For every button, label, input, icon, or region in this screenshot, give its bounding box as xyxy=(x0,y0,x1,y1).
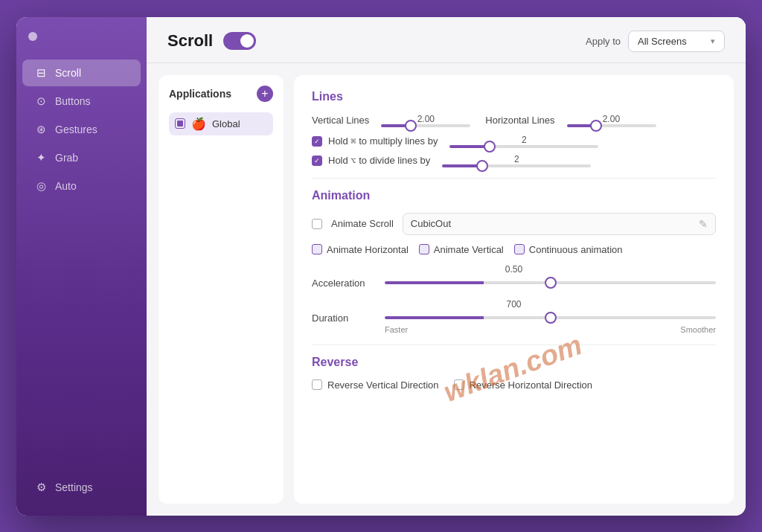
vertical-lines-slider[interactable] xyxy=(381,124,470,127)
horizontal-lines-slider-wrapper: 2.00 xyxy=(567,114,656,127)
animate-scroll-checkbox[interactable] xyxy=(312,219,322,229)
main-content: Scroll Apply to All Screens ▾ Applicatio… xyxy=(147,17,746,516)
header: Scroll Apply to All Screens ▾ xyxy=(147,17,746,63)
horizontal-lines-slider[interactable] xyxy=(567,124,656,127)
acceleration-slider-container: Acceleration xyxy=(312,278,716,289)
scroll-toggle[interactable] xyxy=(223,32,256,50)
settings-label: Settings xyxy=(55,481,93,493)
acceleration-row: 0.50 Acceleration xyxy=(312,264,716,289)
multiply-label: Hold ⌘ to multiply lines by xyxy=(328,135,438,147)
vertical-lines-slider-wrapper: 2.00 xyxy=(381,114,470,127)
animate-scroll-value: CubicOut xyxy=(411,218,699,229)
continuous-animation-option: Continuous animation xyxy=(514,244,623,255)
duration-label: Duration xyxy=(312,313,379,324)
animation-options: Animate Horizontal Animate Vertical Cont… xyxy=(312,244,716,255)
gestures-icon: ⊛ xyxy=(34,123,48,136)
divide-slider-wrapper: 2 xyxy=(442,154,591,167)
apply-to-value: All Screens xyxy=(638,36,687,47)
panel-header: Applications + xyxy=(169,86,273,102)
sidebar-item-gestures-label: Gestures xyxy=(55,124,97,135)
sidebar-item-auto[interactable]: ◎ Auto xyxy=(22,173,141,199)
vertical-lines-group: Vertical Lines 2.00 xyxy=(312,114,470,127)
apple-icon: 🍎 xyxy=(191,117,206,131)
animate-vertical-checkbox[interactable] xyxy=(419,244,429,254)
app-window: ⊟ Scroll ⊙ Buttons ⊛ Gestures ✦ Grab ◎ A… xyxy=(16,17,746,516)
reverse-vertical-option: Reverse Vertical Direction xyxy=(312,379,439,391)
grab-icon: ✦ xyxy=(34,151,48,164)
sidebar-item-gestures[interactable]: ⊛ Gestures xyxy=(22,116,141,143)
reverse-vertical-label: Reverse Vertical Direction xyxy=(327,379,439,391)
duration-smoother-label: Smoother xyxy=(680,325,716,334)
sidebar-item-grab[interactable]: ✦ Grab xyxy=(22,144,141,171)
animate-scroll-label: Animate Scroll xyxy=(331,218,394,229)
horizontal-lines-label: Horizontal Lines xyxy=(485,115,554,126)
section-divider-1 xyxy=(312,178,716,179)
scroll-icon: ⊟ xyxy=(34,66,48,80)
duration-faster-label: Faster xyxy=(385,325,408,334)
lines-section-title: Lines xyxy=(312,90,716,103)
applications-title: Applications xyxy=(169,88,231,100)
multiply-checkbox[interactable] xyxy=(312,136,322,147)
settings-panel: wklan.com Lines Vertical Lines 2.00 Hori… xyxy=(294,75,734,504)
divide-row: Hold ⌥ to divide lines by 2 xyxy=(312,154,716,167)
acceleration-header: 0.50 xyxy=(312,264,716,275)
chevron-down-icon: ▾ xyxy=(711,36,715,46)
reverse-row: Reverse Vertical Direction Reverse Horiz… xyxy=(312,379,716,391)
applications-panel: Applications + 🍎 Global xyxy=(159,75,284,504)
settings-icon: ⚙ xyxy=(34,481,48,494)
animate-scroll-input[interactable]: CubicOut ✎ xyxy=(403,213,716,235)
sidebar-item-buttons[interactable]: ⊙ Buttons xyxy=(22,88,141,115)
section-divider-2 xyxy=(312,344,716,345)
animate-horizontal-label: Animate Horizontal xyxy=(327,244,409,255)
vertical-lines-label: Vertical Lines xyxy=(312,115,369,126)
continuous-animation-checkbox[interactable] xyxy=(514,244,525,254)
page-title: Scroll xyxy=(167,31,213,51)
horizontal-lines-group: Horizontal Lines 2.00 xyxy=(485,114,656,127)
acceleration-value: 0.50 xyxy=(505,264,522,275)
duration-header: 700 xyxy=(312,299,716,310)
reverse-horizontal-option: Reverse Horizontal Direction xyxy=(454,379,592,391)
animate-vertical-label: Animate Vertical xyxy=(434,244,504,255)
multiply-row: Hold ⌘ to multiply lines by 2 xyxy=(312,135,716,148)
sidebar-settings[interactable]: ⚙ Settings xyxy=(22,474,141,501)
apply-to-label: Apply to xyxy=(586,36,621,47)
add-application-button[interactable]: + xyxy=(257,86,273,102)
duration-labels: Faster Smoother xyxy=(312,325,716,334)
divide-checkbox[interactable] xyxy=(312,156,322,166)
divide-slider[interactable] xyxy=(442,164,591,167)
animation-section-title: Animation xyxy=(312,189,716,202)
sidebar-item-scroll-label: Scroll xyxy=(55,67,81,79)
animate-horizontal-checkbox[interactable] xyxy=(312,244,322,254)
animate-scroll-row: Animate Scroll CubicOut ✎ xyxy=(312,213,716,235)
multiply-slider-wrapper: 2 xyxy=(449,135,598,148)
reverse-vertical-checkbox[interactable] xyxy=(312,379,322,390)
window-dot xyxy=(28,32,37,41)
apply-to-dropdown[interactable]: All Screens ▾ xyxy=(628,31,725,52)
reverse-horizontal-label: Reverse Horizontal Direction xyxy=(470,379,592,391)
edit-icon[interactable]: ✎ xyxy=(699,218,708,230)
animate-horizontal-option: Animate Horizontal xyxy=(312,244,409,255)
duration-row: 700 Duration Faster Smoother xyxy=(312,299,716,334)
acceleration-slider[interactable] xyxy=(385,281,716,284)
sidebar-item-buttons-label: Buttons xyxy=(55,95,90,107)
app-item-global[interactable]: 🍎 Global xyxy=(169,112,273,135)
reverse-section-title: Reverse xyxy=(312,356,716,369)
acceleration-label: Acceleration xyxy=(312,278,379,289)
buttons-icon: ⊙ xyxy=(34,94,48,108)
continuous-animation-label: Continuous animation xyxy=(529,244,623,255)
lines-sliders-row: Vertical Lines 2.00 Horizontal Lines 2.0… xyxy=(312,114,716,127)
auto-icon: ◎ xyxy=(34,179,48,193)
animate-vertical-option: Animate Vertical xyxy=(419,244,504,255)
reverse-horizontal-checkbox[interactable] xyxy=(454,379,464,390)
body: Applications + 🍎 Global wklan.com Lines xyxy=(147,63,746,516)
multiply-slider[interactable] xyxy=(449,145,598,148)
sidebar: ⊟ Scroll ⊙ Buttons ⊛ Gestures ✦ Grab ◎ A… xyxy=(16,17,147,516)
sidebar-item-grab-label: Grab xyxy=(55,152,78,164)
divide-label: Hold ⌥ to divide lines by xyxy=(328,155,430,166)
duration-value: 700 xyxy=(506,299,521,310)
duration-slider[interactable] xyxy=(385,316,716,319)
app-checkbox-global[interactable] xyxy=(175,118,185,129)
app-name-global: Global xyxy=(212,118,240,129)
sidebar-item-scroll[interactable]: ⊟ Scroll xyxy=(22,60,141,86)
duration-slider-container: Duration xyxy=(312,313,716,324)
